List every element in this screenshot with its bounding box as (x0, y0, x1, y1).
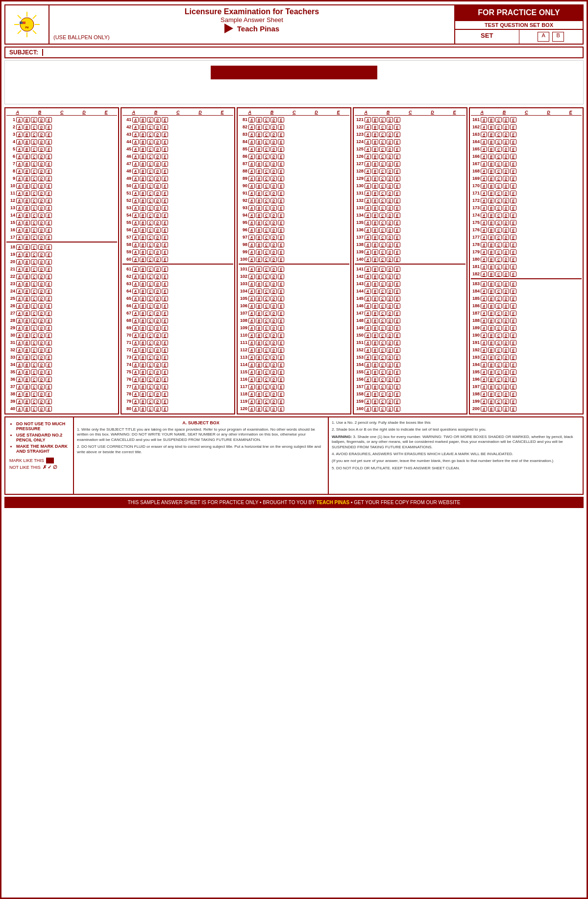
bubble-a[interactable]: A (481, 347, 487, 353)
bubble-d[interactable]: D (387, 249, 393, 255)
bubble-c[interactable]: C (147, 220, 153, 225)
bubble-d[interactable]: D (154, 183, 161, 189)
bubble-a[interactable]: A (481, 377, 487, 382)
bubble-c[interactable]: C (263, 161, 270, 167)
bubble-d[interactable]: D (387, 161, 393, 167)
bubble-d[interactable]: D (503, 347, 509, 353)
bubble-a[interactable]: A (481, 296, 487, 301)
bubble-c[interactable]: C (31, 311, 37, 316)
bubble-b[interactable]: B (488, 406, 494, 412)
bubble-d[interactable]: D (387, 191, 393, 196)
bubble-a[interactable]: A (16, 274, 23, 279)
bubble-a[interactable]: A (16, 259, 23, 265)
bubble-a[interactable]: A (16, 213, 23, 218)
bubble-c[interactable]: C (379, 384, 386, 389)
bubble-d[interactable]: D (387, 235, 393, 240)
bubble-e[interactable]: E (278, 318, 284, 323)
bubble-b[interactable]: B (24, 213, 30, 218)
bubble-a[interactable]: A (365, 303, 371, 309)
bubble-c[interactable]: C (263, 289, 270, 294)
bubble-b[interactable]: B (256, 355, 262, 360)
bubble-d[interactable]: D (387, 227, 393, 233)
bubble-b[interactable]: B (256, 205, 262, 211)
bubble-a[interactable]: A (481, 220, 487, 225)
bubble-b[interactable]: B (24, 244, 30, 250)
bubble-b[interactable]: B (256, 296, 262, 301)
bubble-d[interactable]: D (387, 355, 393, 360)
bubble-a[interactable]: A (248, 220, 255, 225)
bubble-e[interactable]: E (394, 161, 400, 167)
bubble-e[interactable]: E (46, 406, 52, 412)
bubble-d[interactable]: D (38, 384, 45, 389)
bubble-b[interactable]: B (140, 235, 146, 240)
bubble-a[interactable]: A (16, 311, 23, 316)
bubble-b[interactable]: B (24, 161, 30, 167)
bubble-e[interactable]: E (510, 227, 516, 233)
bubble-d[interactable]: D (270, 384, 277, 389)
bubble-b[interactable]: B (256, 377, 262, 382)
bubble-c[interactable]: C (263, 281, 270, 287)
bubble-c[interactable]: C (147, 289, 153, 294)
bubble-c[interactable]: C (495, 139, 502, 145)
bubble-b[interactable]: B (372, 355, 378, 360)
bubble-c[interactable]: C (31, 340, 37, 345)
bubble-b[interactable]: B (140, 391, 146, 397)
bubble-d[interactable]: D (154, 146, 161, 152)
bubble-e[interactable]: E (510, 377, 516, 382)
bubble-b[interactable]: B (24, 132, 30, 137)
bubble-a[interactable]: A (481, 205, 487, 211)
bubble-e[interactable]: E (510, 132, 516, 137)
bubble-b[interactable]: B (372, 257, 378, 262)
bubble-d[interactable]: D (503, 377, 509, 382)
bubble-d[interactable]: D (38, 347, 45, 353)
bubble-b[interactable]: B (256, 333, 262, 338)
bubble-a[interactable]: A (365, 391, 371, 397)
bubble-a[interactable]: A (481, 154, 487, 159)
bubble-b[interactable]: B (140, 139, 146, 145)
bubble-d[interactable]: D (38, 183, 45, 189)
bubble-e[interactable]: E (162, 274, 168, 279)
bubble-e[interactable]: E (394, 289, 400, 294)
bubble-c[interactable]: C (379, 161, 386, 167)
bubble-e[interactable]: E (46, 227, 52, 233)
bubble-e[interactable]: E (394, 274, 400, 279)
bubble-e[interactable]: E (510, 257, 516, 262)
bubble-c[interactable]: C (147, 227, 153, 233)
bubble-e[interactable]: E (510, 176, 516, 181)
bubble-d[interactable]: D (270, 213, 277, 218)
bubble-c[interactable]: C (147, 347, 153, 353)
bubble-b[interactable]: B (24, 146, 30, 152)
bubble-e[interactable]: E (46, 303, 52, 309)
bubble-a[interactable]: A (365, 406, 371, 412)
bubble-b[interactable]: B (372, 303, 378, 309)
bubble-b[interactable]: B (24, 169, 30, 174)
bubble-e[interactable]: E (394, 227, 400, 233)
bubble-c[interactable]: C (263, 183, 270, 189)
bubble-e[interactable]: E (46, 289, 52, 294)
bubble-e[interactable]: E (278, 369, 284, 375)
bubble-b[interactable]: B (24, 191, 30, 196)
bubble-d[interactable]: D (503, 303, 509, 309)
bubble-a[interactable]: A (16, 303, 23, 309)
bubble-e[interactable]: E (162, 391, 168, 397)
bubble-c[interactable]: C (147, 318, 153, 323)
bubble-b[interactable]: B (140, 289, 146, 294)
bubble-c[interactable]: C (31, 139, 37, 145)
bubble-b[interactable]: B (372, 281, 378, 287)
bubble-e[interactable]: E (278, 117, 284, 122)
bubble-e[interactable]: E (394, 391, 400, 397)
bubble-c[interactable]: C (379, 362, 386, 367)
bubble-e[interactable]: E (510, 183, 516, 189)
bubble-e[interactable]: E (510, 205, 516, 211)
bubble-e[interactable]: E (278, 355, 284, 360)
bubble-e[interactable]: E (510, 406, 516, 412)
bubble-a[interactable]: A (16, 161, 23, 167)
bubble-a[interactable]: A (365, 257, 371, 262)
bubble-d[interactable]: D (270, 267, 277, 272)
bubble-e[interactable]: E (46, 117, 52, 122)
bubble-c[interactable]: C (147, 205, 153, 211)
bubble-a[interactable]: A (16, 176, 23, 181)
bubble-a[interactable]: A (481, 355, 487, 360)
bubble-d[interactable]: D (387, 146, 393, 152)
bubble-a[interactable]: A (365, 132, 371, 137)
